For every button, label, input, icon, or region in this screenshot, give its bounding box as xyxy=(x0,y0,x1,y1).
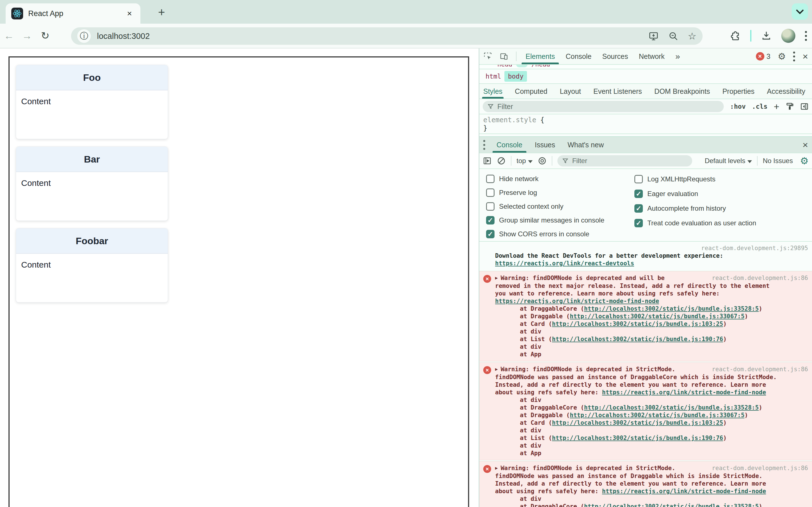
tab-layout[interactable]: Layout xyxy=(560,84,581,99)
browser-tab[interactable]: React App × xyxy=(6,3,140,24)
toggle-hover-state-button[interactable]: :hov xyxy=(730,103,746,110)
console-link[interactable]: https://reactjs.org/link/strict-mode-fin… xyxy=(495,298,659,304)
console-sidebar-icon[interactable] xyxy=(483,156,492,165)
toggle-class-button[interactable]: .cls xyxy=(752,103,767,110)
console-setting-eager-evaluation[interactable]: ✓Eager evaluation xyxy=(635,186,756,201)
console-setting-show-cors-errors-in-console[interactable]: ✓Show CORS errors in console xyxy=(486,227,635,241)
install-app-icon[interactable] xyxy=(649,31,659,41)
expand-triangle-icon[interactable]: ▶ xyxy=(495,464,498,472)
stack-frame-link[interactable]: http://localhost:3002/static/js/bundle.j… xyxy=(552,336,723,342)
stack-frame-link[interactable]: http://localhost:3002/static/js/bundle.j… xyxy=(584,404,759,411)
console-source-link[interactable]: react-dom.development.js:29895 xyxy=(495,244,808,252)
clear-console-icon[interactable] xyxy=(497,156,506,165)
checkbox-unchecked-icon[interactable] xyxy=(486,188,495,197)
log-levels-selector[interactable]: Default levels xyxy=(705,157,752,165)
tab-close-icon[interactable]: × xyxy=(124,8,135,19)
console-settings-gear-icon[interactable]: ⚙ xyxy=(800,155,809,166)
console-link[interactable]: https://reactjs.org/link/react-devtools xyxy=(495,260,634,267)
drawer-tab-issues[interactable]: Issues xyxy=(534,137,556,153)
tab-elements[interactable]: Elements xyxy=(524,48,557,64)
downloads-icon[interactable] xyxy=(761,31,772,41)
expand-triangle-icon[interactable]: ▶ xyxy=(495,365,498,373)
browser-menu-icon[interactable] xyxy=(805,31,807,41)
stack-frame-link[interactable]: http://localhost:3002/static/js/bundle.j… xyxy=(570,313,745,320)
issues-counter[interactable]: No Issues xyxy=(763,157,793,165)
checkbox-unchecked-icon[interactable] xyxy=(486,175,495,183)
elements-dom-tree-clipped[interactable]: head /head xyxy=(479,65,812,69)
paint-roller-icon[interactable] xyxy=(785,102,794,111)
expand-triangle-icon[interactable]: ▶ xyxy=(495,274,498,282)
tab-event-listeners[interactable]: Event Listeners xyxy=(594,84,642,99)
tab-search-chevron-button[interactable] xyxy=(792,3,808,20)
reload-button[interactable]: ↻ xyxy=(36,30,54,42)
new-style-rule-button[interactable]: + xyxy=(774,101,779,112)
tab-sources[interactable]: Sources xyxy=(601,48,630,64)
styles-filter-input[interactable]: Filter xyxy=(483,101,724,112)
console-log-area[interactable]: react-dom.development.js:29895Download t… xyxy=(479,242,812,507)
console-link[interactable]: https://reactjs.org/link/strict-mode-fin… xyxy=(602,389,766,396)
back-button[interactable]: ← xyxy=(0,30,18,42)
console-setting-group-similar-messages-in-console[interactable]: ✓Group similar messages in console xyxy=(486,214,635,227)
console-source-link[interactable]: react-dom.development.js:86 xyxy=(712,464,808,472)
stack-frame-link[interactable]: http://localhost:3002/static/js/bundle.j… xyxy=(584,305,759,312)
card-foo[interactable]: Foo Content xyxy=(16,65,168,139)
card-title[interactable]: Bar xyxy=(16,147,168,172)
checkbox-unchecked-icon[interactable] xyxy=(635,175,643,183)
profile-avatar[interactable] xyxy=(781,29,795,43)
drawer-tab-whats-new[interactable]: What's new xyxy=(566,137,605,153)
more-tabs-icon[interactable]: » xyxy=(673,48,682,64)
card-foobar[interactable]: Foobar Content xyxy=(16,228,168,302)
checkbox-checked-icon[interactable]: ✓ xyxy=(486,230,495,238)
stack-frame-link[interactable]: http://localhost:3002/static/js/bundle.j… xyxy=(552,435,723,441)
card-bar[interactable]: Bar Content xyxy=(16,147,168,221)
console-source-link[interactable]: react-dom.development.js:86 xyxy=(712,365,808,373)
tab-network[interactable]: Network xyxy=(637,48,666,64)
console-setting-autocomplete-from-history[interactable]: ✓Autocomplete from history xyxy=(635,201,756,216)
drawer-menu-icon[interactable] xyxy=(483,140,485,150)
checkbox-checked-icon[interactable]: ✓ xyxy=(635,219,643,227)
console-setting-selected-context-only[interactable]: Selected context only xyxy=(486,200,635,213)
tab-dom-breakpoints[interactable]: DOM Breakpoints xyxy=(654,84,710,99)
stack-frame-link[interactable]: http://localhost:3002/static/js/bundle.j… xyxy=(584,503,759,507)
breadcrumb-body[interactable]: body xyxy=(504,71,527,82)
card-title[interactable]: Foo xyxy=(16,65,168,91)
tab-accessibility[interactable]: Accessibility xyxy=(767,84,805,99)
device-toolbar-icon[interactable] xyxy=(500,52,509,61)
site-info-icon[interactable]: ⓘ xyxy=(77,29,91,43)
devtools-close-icon[interactable]: × xyxy=(802,51,808,62)
breadcrumb-html[interactable]: html xyxy=(482,71,504,82)
stack-frame-link[interactable]: http://localhost:3002/static/js/bundle.j… xyxy=(552,321,723,327)
tab-console[interactable]: Console xyxy=(564,48,593,64)
zoom-out-icon[interactable] xyxy=(668,31,678,41)
context-selector[interactable]: top xyxy=(516,157,532,165)
tab-styles[interactable]: Styles xyxy=(483,84,502,99)
inspect-element-icon[interactable] xyxy=(483,52,492,61)
drawer-tab-console[interactable]: Console xyxy=(495,137,523,153)
card-title[interactable]: Foobar xyxy=(16,228,168,254)
element-style-rule[interactable]: element.style { } xyxy=(479,114,812,134)
console-setting-log-xmlhttprequests[interactable]: Log XMLHttpRequests xyxy=(635,172,756,186)
stack-frame-link[interactable]: http://localhost:3002/static/js/bundle.j… xyxy=(570,412,745,418)
error-count-badge[interactable]: × 3 xyxy=(756,52,770,61)
checkbox-unchecked-icon[interactable] xyxy=(486,202,495,211)
drawer-close-icon[interactable]: × xyxy=(802,139,808,151)
checkbox-checked-icon[interactable]: ✓ xyxy=(635,204,643,213)
dom-ellipsis-button[interactable] xyxy=(516,65,527,67)
console-filter-input[interactable]: Filter xyxy=(557,155,692,166)
tab-properties[interactable]: Properties xyxy=(722,84,755,99)
console-setting-hide-network[interactable]: Hide network xyxy=(486,172,635,186)
console-link[interactable]: https://reactjs.org/link/strict-mode-fin… xyxy=(602,488,766,495)
console-source-link[interactable]: react-dom.development.js:86 xyxy=(712,274,808,282)
stack-frame-link[interactable]: http://localhost:3002/static/js/bundle.j… xyxy=(552,419,723,426)
console-setting-treat-code-evaluation-as-user-action[interactable]: ✓Treat code evaluation as user action xyxy=(635,216,756,230)
tab-computed[interactable]: Computed xyxy=(515,84,547,99)
devtools-settings-gear-icon[interactable]: ⚙ xyxy=(777,51,786,62)
forward-button[interactable]: → xyxy=(18,30,36,42)
devtools-menu-icon[interactable] xyxy=(793,52,795,61)
open-panel-icon[interactable] xyxy=(800,102,809,111)
live-expression-eye-icon[interactable] xyxy=(538,156,547,165)
new-tab-button[interactable]: + xyxy=(154,5,169,21)
checkbox-checked-icon[interactable]: ✓ xyxy=(635,189,643,198)
bookmark-star-icon[interactable]: ☆ xyxy=(688,31,696,42)
address-bar[interactable]: ⓘ localhost:3002 ☆ xyxy=(71,27,703,45)
